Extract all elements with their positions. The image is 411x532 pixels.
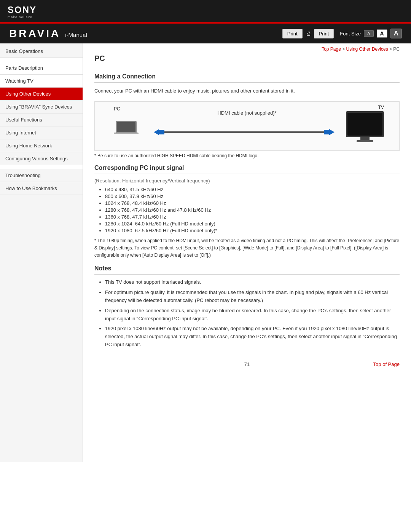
bravia-title-group: BRAVIA i-Manual — [9, 27, 87, 40]
pc-group: PC — [114, 106, 139, 134]
font-size-label: Font Size — [340, 31, 361, 37]
cable-group — [154, 129, 335, 135]
print-btn2[interactable]: Print — [314, 29, 334, 38]
top-of-page-link[interactable]: Top of Page — [373, 361, 400, 367]
sony-logo: SONY — [8, 5, 37, 15]
imanual-label: i-Manual — [65, 32, 87, 38]
sidebar-item-useful-functions[interactable]: Useful Functions — [0, 113, 83, 126]
pc-icon — [114, 113, 139, 134]
font-medium-button[interactable]: A — [377, 29, 387, 38]
cable-line — [164, 131, 324, 133]
section1-intro: Connect your PC with an HDMI cable to en… — [94, 87, 400, 95]
breadcrumb: Top Page > Using Other Devices > PC — [94, 43, 400, 54]
font-large-button[interactable]: A — [390, 29, 402, 38]
list-item: 1360 x 768, 47.7 kHz/60 Hz — [105, 214, 400, 220]
breadcrumb-sep2: > — [389, 46, 393, 52]
breadcrumb-current: PC — [393, 46, 400, 52]
arrow-left — [154, 129, 159, 135]
list-item: 800 x 600, 37.9 kHz/60 Hz — [105, 193, 400, 199]
sony-tagline: make.believe — [8, 15, 37, 19]
sidebar-item-using-internet[interactable]: Using Internet — [0, 126, 83, 139]
note-item: Depending on the connection status, imag… — [105, 307, 400, 323]
header-controls: Print 🖨 Print Font Size A A A — [282, 29, 402, 38]
content-area: Top Page > Using Other Devices > PC PC M… — [83, 43, 411, 462]
header-bar: SONY make.believe — [0, 0, 411, 22]
section2-title: Corresponding PC input signal — [94, 165, 400, 174]
diagram-note: * Be sure to use an authorized HIGH SPEE… — [94, 153, 400, 158]
breadcrumb-sep1: > — [342, 46, 346, 52]
arrow-right — [329, 129, 335, 135]
svg-rect-2 — [114, 133, 139, 134]
svg-rect-6 — [357, 140, 373, 142]
list-item: 1024 x 768, 48.4 kHz/60 Hz — [105, 200, 400, 206]
section2-sub: (Resolution, Horizontal frequency/Vertic… — [94, 178, 400, 184]
signal-footnote: * The 1080p timing, when applied to the … — [94, 237, 400, 259]
svg-rect-4 — [347, 113, 382, 136]
print-button[interactable]: Print — [282, 29, 303, 38]
svg-rect-5 — [360, 137, 370, 140]
svg-rect-1 — [117, 122, 135, 132]
page-title: PC — [94, 54, 400, 66]
main-layout: Basic Operations Parts Description Watch… — [0, 43, 411, 462]
sidebar-item-configuring-various[interactable]: Configuring Various Settings — [0, 152, 83, 165]
list-item: 1920 x 1080, 67.5 kHz/60 Hz (Full HD mod… — [105, 228, 400, 233]
bottom-bar: 71 Top of Page — [94, 355, 400, 367]
tv-group: TV — [346, 105, 384, 144]
sidebar-item-using-home-network[interactable]: Using Home Network — [0, 139, 83, 152]
note-item: This TV does not support interlaced sign… — [105, 278, 400, 286]
top-of-page-container: Top of Page — [298, 361, 400, 367]
sony-branding: SONY make.believe — [8, 5, 37, 19]
tv-icon — [346, 111, 384, 144]
sidebar-item-parts-description[interactable]: Parts Description — [0, 62, 83, 75]
hdmi-cable-label: HDMI cable (not supplied)* — [217, 110, 276, 116]
connector-right — [324, 130, 329, 134]
notes-title: Notes — [94, 265, 400, 275]
sidebar-spacer-1 — [0, 58, 83, 62]
note-item: 1920 pixel x 1080 line/60Hz output may n… — [105, 325, 400, 348]
hdmi-label-group: HDMI cable (not supplied)* — [217, 110, 276, 116]
sidebar-item-troubleshooting[interactable]: Troubleshooting — [0, 169, 83, 182]
connector-left — [159, 130, 164, 134]
print-icon: 🖨 — [306, 30, 311, 37]
breadcrumb-top-page[interactable]: Top Page — [322, 46, 341, 52]
signals-list: 640 x 480, 31.5 kHz/60 Hz 800 x 600, 37.… — [94, 187, 400, 233]
bravia-logo: BRAVIA — [9, 27, 61, 40]
list-item: 1280 x 768, 47.4 kHz/60 Hz and 47.8 kHz/… — [105, 207, 400, 213]
sidebar-item-watching-tv[interactable]: Watching TV — [0, 75, 83, 88]
tv-label: TV — [378, 105, 384, 110]
connection-diagram: PC HDMI cable (not supplied)* — [94, 101, 400, 151]
sidebar-item-basic-operations[interactable]: Basic Operations — [0, 45, 83, 58]
breadcrumb-using-other[interactable]: Using Other Devices — [346, 46, 388, 52]
bravia-bar: BRAVIA i-Manual Print 🖨 Print Font Size … — [0, 22, 411, 43]
sidebar-item-bravia-sync[interactable]: Using "BRAVIA" Sync Devices — [0, 101, 83, 113]
section1-title: Making a Connection — [94, 73, 400, 83]
sidebar: Basic Operations Parts Description Watch… — [0, 43, 83, 462]
sidebar-spacer-2 — [0, 165, 83, 169]
note-item: For optimum picture quality, it is recom… — [105, 289, 400, 305]
font-small-button[interactable]: A — [364, 30, 373, 37]
sidebar-item-how-to-use-bookmarks[interactable]: How to Use Bookmarks — [0, 182, 83, 195]
pc-label: PC — [114, 106, 120, 112]
page-number: 71 — [196, 361, 298, 367]
notes-list: This TV does not support interlaced sign… — [94, 278, 400, 348]
list-item: 1280 x 1024, 64.0 kHz/60 Hz (Full HD mod… — [105, 221, 400, 227]
sidebar-item-using-other-devices[interactable]: Using Other Devices — [0, 88, 83, 101]
list-item: 640 x 480, 31.5 kHz/60 Hz — [105, 187, 400, 192]
